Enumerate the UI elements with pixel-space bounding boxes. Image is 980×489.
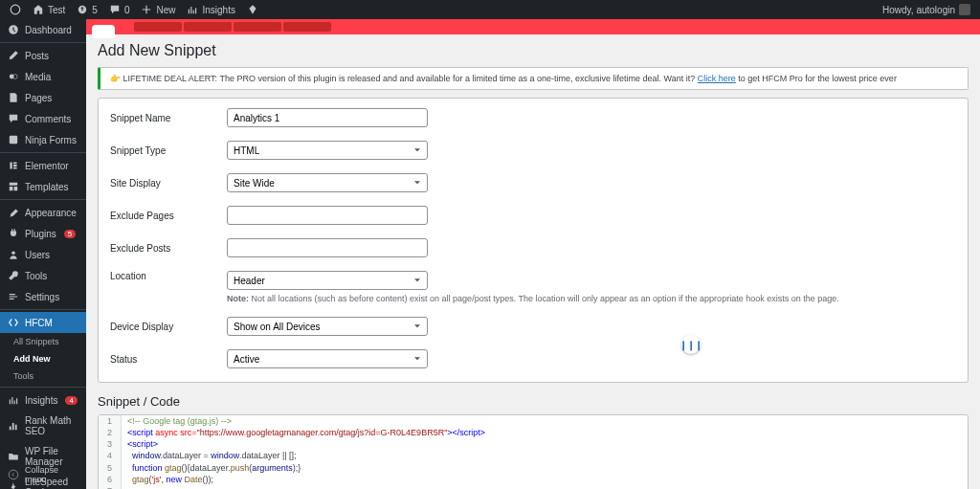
sidebar-item-elementor[interactable]: Elementor	[0, 155, 86, 176]
site-display-label: Site Display	[110, 178, 227, 189]
sidebar-sub-tools[interactable]: Tools	[0, 367, 86, 385]
floating-action-icon[interactable]: ❙❙❙	[681, 335, 701, 354]
main-content: Add New Snippet 👉 LIFETIME DEAL ALERT: T…	[86, 19, 980, 489]
status-select[interactable]: Active	[227, 349, 428, 368]
plugins-badge: 5	[64, 230, 76, 238]
sidebar-sub-add-new[interactable]: Add New	[0, 350, 86, 367]
svg-point-0	[11, 5, 20, 14]
comments-link[interactable]: 0	[109, 4, 130, 15]
device-display-select[interactable]: Show on All Devices	[227, 317, 428, 336]
sidebar-item-users[interactable]: Users	[0, 244, 86, 265]
admin-bar: Test 5 0 New Insights Howdy, autologin	[0, 0, 980, 19]
snippet-name-label: Snippet Name	[110, 113, 227, 123]
sidebar-item-dashboard[interactable]: Dashboard	[0, 19, 86, 40]
sidebar-item-pages[interactable]: Pages	[0, 87, 86, 108]
sidebar-item-posts[interactable]: Posts	[0, 45, 86, 66]
sidebar-item-tools[interactable]: Tools	[0, 265, 86, 286]
sidebar-item-hfcm[interactable]: HFCM	[0, 312, 86, 333]
admin-sidebar: Dashboard Posts Media Pages Comments Nin…	[0, 19, 86, 489]
new-link[interactable]: New	[141, 4, 175, 15]
status-label: Status	[110, 354, 227, 365]
page-title: Add New Snippet	[98, 42, 969, 59]
site-display-select[interactable]: Site Wide	[227, 173, 428, 192]
sidebar-item-comments[interactable]: Comments	[0, 108, 86, 129]
sidebar-item-templates[interactable]: Templates	[0, 176, 86, 197]
sidebar-item-insights[interactable]: Insights4	[0, 389, 86, 411]
diamond-icon[interactable]	[247, 4, 258, 15]
avatar	[959, 4, 970, 15]
sidebar-item-media[interactable]: Media	[0, 66, 86, 87]
exclude-pages-input[interactable]	[227, 206, 428, 225]
lifetime-deal-notice: 👉 LIFETIME DEAL ALERT: The PRO version o…	[98, 67, 969, 90]
code-section-title: Snippet / Code	[98, 394, 969, 409]
code-editor[interactable]: 1<!-- Google tag (gtag.js) --> 2<script …	[98, 414, 969, 489]
sidebar-item-ninja-forms[interactable]: Ninja Forms	[0, 129, 86, 150]
svg-point-4	[11, 251, 15, 255]
snippet-form: Snippet Name Snippet Type HTML Site Disp…	[98, 98, 969, 383]
snippet-type-select[interactable]: HTML	[227, 141, 428, 160]
sidebar-item-appearance[interactable]: Appearance	[0, 202, 86, 223]
wp-logo-icon[interactable]	[10, 4, 21, 15]
location-note: Note: Not all locations (such as before …	[227, 294, 956, 303]
insights-link[interactable]: Insights	[187, 4, 234, 15]
svg-point-5	[9, 470, 18, 479]
exclude-pages-label: Exclude Pages	[110, 211, 227, 221]
device-display-label: Device Display	[110, 322, 227, 332]
insights-badge: 4	[65, 396, 77, 405]
snippet-type-label: Snippet Type	[110, 145, 227, 156]
exclude-posts-label: Exclude Posts	[110, 243, 227, 254]
sidebar-item-rankmath[interactable]: Rank Math SEO	[0, 411, 86, 441]
sidebar-sub-all-snippets[interactable]: All Snippets	[0, 333, 86, 350]
collapse-menu[interactable]: Collapse menu	[0, 460, 86, 489]
plugin-header	[86, 19, 980, 34]
sidebar-item-settings[interactable]: Settings	[0, 286, 86, 307]
location-select[interactable]: Header	[227, 271, 428, 290]
exclude-posts-input[interactable]	[227, 238, 428, 257]
notice-link[interactable]: Click here	[698, 74, 736, 83]
howdy-link[interactable]: Howdy, autologin	[882, 4, 970, 15]
site-link[interactable]: Test	[33, 4, 65, 15]
svg-rect-3	[10, 136, 17, 144]
updates-link[interactable]: 5	[77, 4, 98, 15]
location-label: Location	[110, 271, 227, 281]
sidebar-item-plugins[interactable]: Plugins5	[0, 223, 86, 244]
snippet-name-input[interactable]	[227, 108, 428, 127]
